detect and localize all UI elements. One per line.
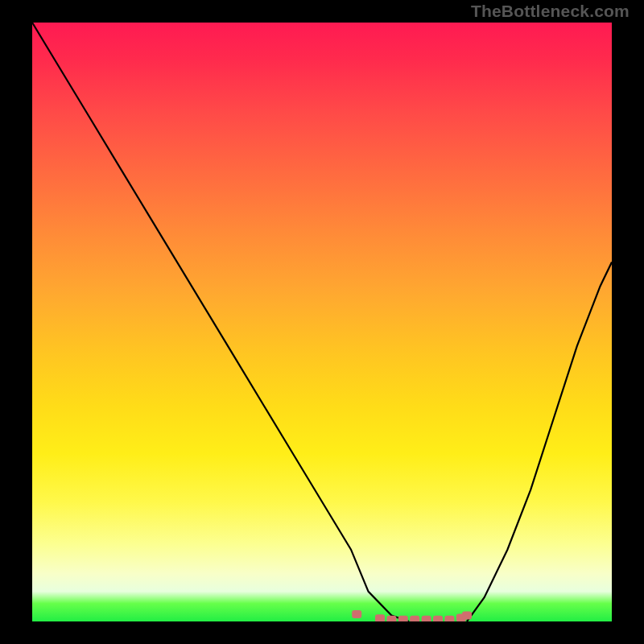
chart-frame: TheBottleneck.com (0, 0, 644, 644)
marker-point (410, 616, 419, 621)
marker-point (375, 614, 385, 621)
marker-point (444, 616, 454, 621)
right-curve (467, 262, 612, 621)
marker-point (462, 612, 472, 620)
left-curve (32, 23, 409, 621)
marker-point (422, 616, 431, 621)
marker-point (398, 616, 408, 621)
marker-group (352, 610, 472, 621)
marker-point (386, 616, 396, 621)
curve-layer (32, 23, 612, 621)
marker-point (433, 616, 443, 621)
watermark-text: TheBottleneck.com (471, 2, 630, 21)
marker-point (352, 610, 361, 618)
